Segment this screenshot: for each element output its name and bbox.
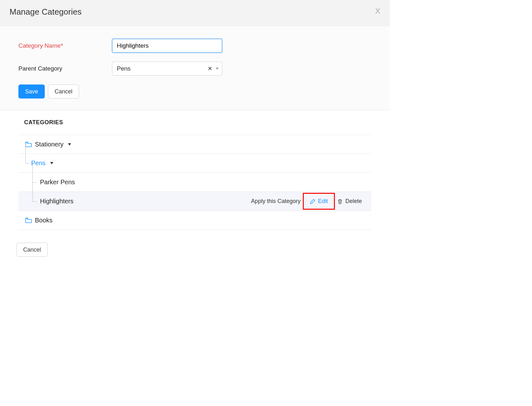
- parent-category-select[interactable]: Pens ✕: [112, 62, 222, 76]
- modal-title: Manage Categories: [10, 7, 82, 17]
- trash-icon: [337, 199, 343, 204]
- tree-row-books[interactable]: Books: [18, 211, 371, 230]
- tree-label: Stationery: [35, 141, 63, 148]
- categories-section: CATEGORIES Stationery: [0, 110, 390, 243]
- parent-category-value: Pens: [117, 65, 206, 72]
- clear-icon[interactable]: ✕: [206, 66, 214, 71]
- delete-button[interactable]: Delete: [332, 198, 366, 205]
- tree-row-parker-pens[interactable]: Parker Pens: [18, 173, 371, 192]
- close-icon[interactable]: X: [375, 7, 380, 16]
- tree-label: Parker Pens: [40, 179, 75, 186]
- apply-category-button[interactable]: Apply this Category: [247, 198, 305, 205]
- edit-button[interactable]: Edit: [305, 198, 332, 205]
- chevron-down-icon: [216, 67, 219, 70]
- tree-label: Books: [35, 217, 53, 224]
- tree-row-highlighters[interactable]: Highlighters Apply this Category Edit De…: [18, 192, 371, 211]
- caret-down-icon: [50, 162, 53, 164]
- tree-row-stationery[interactable]: Stationery: [18, 135, 371, 154]
- caret-down-icon: [68, 143, 71, 145]
- tree-label: Highlighters: [40, 198, 74, 205]
- category-name-label: Category Name*: [18, 42, 112, 49]
- highlight-annotation: [303, 193, 335, 210]
- footer-cancel-button[interactable]: Cancel: [17, 243, 48, 257]
- categories-heading: CATEGORIES: [18, 119, 371, 126]
- folder-icon: [25, 218, 32, 223]
- parent-category-label: Parent Category: [18, 65, 112, 72]
- row-actions: Apply this Category Edit Delete: [247, 198, 366, 205]
- modal-footer: Cancel: [0, 243, 390, 269]
- folder-icon: [25, 142, 32, 147]
- form-button-row: Save Cancel: [18, 85, 371, 98]
- tree-row-pens[interactable]: Pens: [18, 154, 371, 173]
- save-button[interactable]: Save: [18, 85, 45, 98]
- modal-header: Manage Categories X: [0, 0, 390, 26]
- cancel-button[interactable]: Cancel: [48, 85, 79, 98]
- parent-category-row: Parent Category Pens ✕: [18, 62, 371, 76]
- delete-label: Delete: [345, 198, 362, 205]
- category-form: Category Name* Parent Category Pens ✕ Sa…: [0, 26, 390, 110]
- category-name-input[interactable]: [112, 39, 222, 53]
- tree-label: Pens: [31, 159, 46, 167]
- category-name-row: Category Name*: [18, 39, 371, 53]
- manage-categories-modal: Manage Categories X Category Name* Paren…: [0, 0, 390, 269]
